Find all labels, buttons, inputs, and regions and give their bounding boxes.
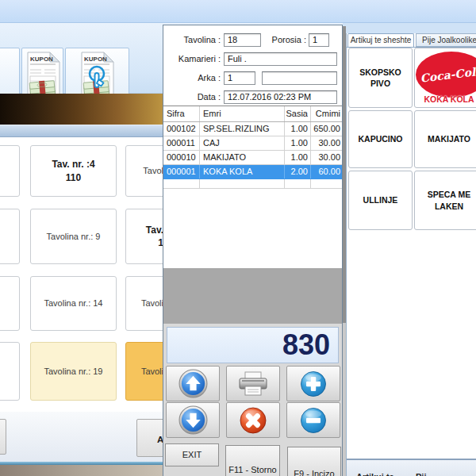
lower-tab-fragment-right[interactable]: Pij	[416, 472, 426, 476]
data-field[interactable]: 12.07.2016 02:23 PM	[224, 90, 337, 104]
table-header-row: Sifra Emri Sasia Cmimi	[163, 106, 342, 122]
exit-button[interactable]: EXIT	[165, 443, 219, 466]
product-button-ullinje[interactable]: ULLINJE	[348, 171, 413, 230]
f9-incizo-button[interactable]: F9 - Incizo	[287, 447, 341, 476]
add-item-button[interactable]	[286, 366, 340, 401]
total-display: 830	[167, 327, 339, 363]
tab-pije-joalkoolike[interactable]: Pije Joalkoolike	[416, 33, 476, 47]
table-button-9[interactable]: Tavolina nr.: 9	[30, 209, 117, 264]
cancel-icon	[239, 406, 267, 435]
col-header-cmimi[interactable]: Cmimi	[311, 106, 342, 121]
product-button-koka-kola[interactable]: Coca-Cola KOKA KOLA	[414, 48, 476, 108]
kamarieri-label: Kamarieri :	[163, 52, 221, 66]
bar-button-partial[interactable]	[0, 419, 6, 455]
f11-storno-button[interactable]: F11 - Storno Incizo	[225, 445, 280, 476]
product-button-kapucino[interactable]: KAPUCINO	[348, 110, 413, 168]
window-title-band	[0, 0, 476, 23]
lower-tab-fragment-left[interactable]: Artikuj te	[356, 472, 394, 476]
table-row[interactable]: 000011 CAJ 1.00 30.00	[163, 136, 342, 151]
product-button-skopsko-pivo[interactable]: SKOPSKO PIVO	[348, 48, 413, 108]
pos-app-window: Touch KUPON	[0, 0, 476, 476]
up-arrow-icon	[178, 369, 208, 398]
table-button-4[interactable]: Tav. nr. :4 110	[30, 145, 117, 197]
print-button[interactable]	[226, 366, 280, 401]
kamarieri-field[interactable]: Fuli .	[224, 52, 337, 66]
product-button-label: KOKA KOLA	[415, 94, 476, 105]
table-button-partial[interactable]	[0, 276, 20, 331]
delete-item-button[interactable]	[226, 402, 280, 438]
lower-tab-band: Artikuj te Pij	[347, 459, 476, 476]
plus-icon	[300, 370, 327, 397]
order-panel: Tavolina : 18 Porosia : 1 Kamarieri : Fu…	[163, 25, 343, 476]
subtract-item-button[interactable]	[286, 402, 340, 438]
col-header-sifra[interactable]: Sifra	[163, 106, 200, 121]
products-panel: Artikuj te sheshte Pije Joalkoolike SKOP…	[346, 33, 476, 476]
minus-icon	[300, 407, 327, 434]
table-row-empty	[163, 179, 342, 189]
product-button-makijato[interactable]: MAKIJATO	[414, 110, 476, 168]
svg-text:KUPON: KUPON	[84, 56, 107, 63]
product-button-speca-me-laken[interactable]: SPECA ME LAKEN	[414, 171, 476, 230]
table-button-partial[interactable]	[0, 145, 20, 197]
arka-field[interactable]: 1	[224, 71, 255, 85]
tavolina-field[interactable]: 18	[224, 33, 261, 47]
porosia-field[interactable]: 1	[309, 33, 329, 47]
tab-artikuj-te-sheshte[interactable]: Artikuj te sheshte	[347, 33, 414, 47]
table-button-partial[interactable]	[0, 342, 20, 401]
tavolina-label: Tavolina :	[163, 33, 221, 47]
col-header-sasia[interactable]: Sasia	[285, 106, 311, 121]
arka-secondary-field[interactable]	[262, 71, 337, 85]
table-button-19-occupied[interactable]: Tavolina nr.: 19	[30, 342, 117, 401]
right-panel-top-band	[343, 23, 476, 33]
table-row[interactable]: 000102 SP.SEL.RIZLING 1.00 650.00	[163, 122, 342, 136]
printer-icon	[237, 371, 269, 397]
col-header-emri[interactable]: Emri	[200, 106, 285, 121]
data-label: Data :	[163, 90, 221, 104]
down-arrow-icon	[178, 405, 208, 435]
table-button-14[interactable]: Tavolina nr.: 14	[30, 276, 117, 331]
move-up-button[interactable]	[166, 366, 220, 401]
svg-text:KUPON: KUPON	[30, 56, 53, 63]
porosia-label: Porosia :	[259, 33, 306, 47]
table-row-selected[interactable]: 000001 KOKA KOLA 2.00 60.00	[163, 165, 342, 179]
table-empty-area	[163, 268, 342, 324]
table-button-partial[interactable]	[0, 209, 20, 264]
table-row[interactable]: 000010 MAKIJATO 1.00 30.00	[163, 151, 342, 165]
arka-label: Arka :	[163, 71, 221, 85]
order-items-table: Sifra Emri Sasia Cmimi 000102 SP.SEL.RIZ…	[163, 106, 342, 189]
move-down-button[interactable]	[166, 402, 220, 438]
